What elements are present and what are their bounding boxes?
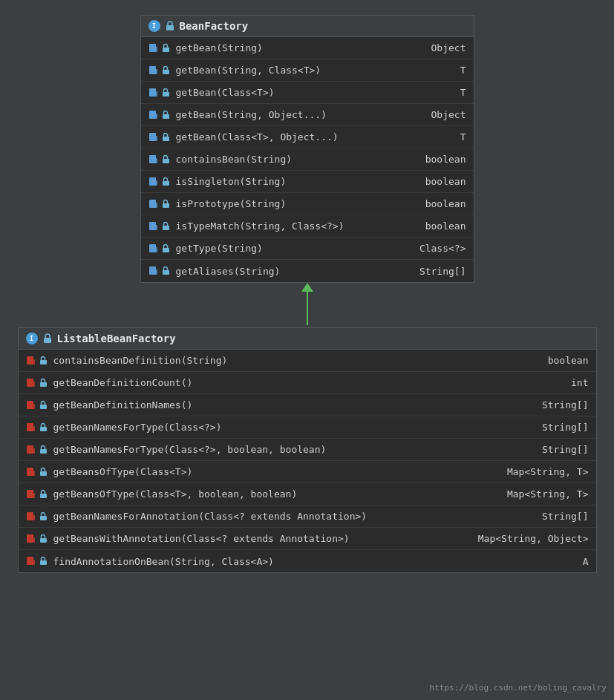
- method-row: getType(String) Class<?>: [141, 238, 474, 260]
- method-red-icon: [26, 445, 36, 455]
- return-type: boolean: [425, 154, 466, 165]
- return-type: Class<?>: [419, 243, 466, 254]
- svg-rect-37: [40, 360, 47, 364]
- return-type: boolean: [425, 198, 466, 209]
- method-name: getBeanNamesForType(Class<?>, boolean, b…: [53, 444, 535, 455]
- method-name: getBean(String, Object...): [176, 109, 424, 120]
- method-red-icon: [26, 556, 36, 566]
- listable-bean-factory-name: ListableBeanFactory: [57, 333, 176, 344]
- method-row: findAnnotationOnBean(String, Class<A>) A: [19, 550, 596, 572]
- lock-small-icon: [39, 422, 49, 433]
- method-row: containsBeanDefinition(String) boolean: [19, 350, 596, 372]
- lock-small-icon: [39, 511, 49, 522]
- inheritance-arrow: [301, 283, 313, 327]
- method-blue-icon: [148, 43, 159, 53]
- return-type: String[]: [419, 266, 466, 277]
- method-name: getBeansOfType(Class<T>): [53, 466, 500, 477]
- svg-rect-52: [40, 471, 47, 476]
- method-name: getBean(String, Class<T>): [176, 65, 453, 76]
- svg-rect-30: [163, 248, 169, 252]
- arrow-head: [301, 283, 313, 292]
- bean-factory-box: I BeanFactory getBean(String) Object get…: [140, 15, 474, 283]
- diagram-container: I BeanFactory getBean(String) Object get…: [0, 15, 614, 573]
- method-row: getBean(String, Class<T>) T: [141, 59, 474, 82]
- method-blue-icon: [148, 132, 159, 143]
- method-row: containsBean(String) boolean: [141, 148, 474, 171]
- method-icon-pair: [148, 199, 172, 209]
- method-red-icon: [26, 378, 36, 388]
- lock-small-icon: [161, 221, 172, 232]
- return-type: boolean: [425, 176, 466, 187]
- method-icon-pair: [26, 378, 49, 388]
- svg-rect-18: [163, 159, 169, 163]
- method-icon-pair: [26, 445, 49, 455]
- svg-rect-9: [163, 92, 169, 97]
- method-row: getBeansOfType(Class<T>, boolean, boolea…: [19, 483, 596, 506]
- method-red-icon: [26, 511, 36, 522]
- return-type: Map<String, T>: [507, 488, 589, 500]
- method-blue-icon: [148, 154, 159, 165]
- svg-rect-24: [163, 203, 169, 208]
- method-name: getBeanDefinitionNames(): [53, 399, 535, 410]
- svg-rect-6: [163, 70, 169, 74]
- lock-small-icon: [161, 266, 172, 276]
- method-blue-icon: [148, 110, 159, 120]
- svg-rect-54: [30, 493, 35, 498]
- method-icon-pair: [148, 154, 172, 165]
- return-type: T: [460, 65, 466, 76]
- svg-rect-39: [30, 382, 35, 387]
- method-icon-pair: [26, 356, 49, 366]
- svg-rect-5: [152, 69, 157, 74]
- lock-icon-bean-factory: [165, 21, 175, 31]
- svg-rect-29: [152, 247, 157, 252]
- lock-small-icon: [161, 177, 172, 187]
- method-name: getBean(Class<T>): [176, 87, 453, 98]
- lock-small-icon: [161, 88, 172, 98]
- listable-bean-factory-header: I ListableBeanFactory: [19, 328, 596, 350]
- svg-rect-32: [152, 269, 157, 275]
- method-name: getType(String): [176, 243, 412, 254]
- method-name: containsBean(String): [176, 154, 418, 165]
- method-icon-pair: [148, 266, 172, 276]
- method-name: getAliases(String): [176, 266, 412, 277]
- method-name: containsBeanDefinition(String): [53, 355, 540, 366]
- method-name: getBeanNamesForType(Class<?>): [53, 422, 535, 433]
- method-row: getBeanNamesForType(Class<?>) String[]: [19, 416, 596, 439]
- method-blue-icon: [148, 243, 159, 254]
- lock-icon-listable: [42, 333, 53, 344]
- svg-rect-60: [30, 537, 35, 543]
- lock-small-icon: [39, 534, 49, 544]
- svg-rect-14: [152, 136, 157, 141]
- method-icon-pair: [26, 422, 49, 433]
- method-icon-pair: [26, 556, 49, 566]
- svg-rect-49: [40, 449, 47, 454]
- method-row: getBeanDefinitionCount() int: [19, 372, 596, 394]
- method-row: isTypeMatch(String, Class<?>) boolean: [141, 215, 474, 238]
- method-icon-pair: [148, 88, 172, 98]
- method-icon-pair: [148, 221, 172, 232]
- method-row: getAliases(String) String[]: [141, 260, 474, 282]
- return-type: T: [460, 131, 466, 143]
- method-icon-pair: [148, 243, 172, 254]
- return-type: Map<String, Object>: [478, 533, 589, 544]
- method-red-icon: [26, 534, 36, 544]
- listable-bean-factory-box: I ListableBeanFactory containsBeanDefini…: [18, 327, 597, 573]
- svg-rect-57: [30, 515, 35, 520]
- svg-rect-34: [44, 338, 51, 343]
- svg-rect-2: [152, 47, 157, 52]
- return-type: Object: [431, 109, 466, 120]
- svg-rect-36: [30, 359, 35, 364]
- return-type: boolean: [548, 355, 589, 366]
- method-icon-pair: [26, 511, 49, 522]
- svg-rect-3: [163, 48, 169, 52]
- method-name: findAnnotationOnBean(String, Class<A>): [53, 556, 575, 567]
- method-blue-icon: [148, 177, 159, 187]
- method-name: getBeansWithAnnotation(Class<? extends A…: [53, 533, 471, 544]
- lock-small-icon: [39, 445, 49, 455]
- bean-factory-name: BeanFactory: [180, 20, 249, 32]
- svg-rect-27: [163, 226, 169, 230]
- return-type: String[]: [542, 444, 589, 455]
- method-red-icon: [26, 467, 36, 477]
- method-row: getBean(Class<T>, Object...) T: [141, 126, 474, 148]
- svg-rect-33: [163, 270, 169, 275]
